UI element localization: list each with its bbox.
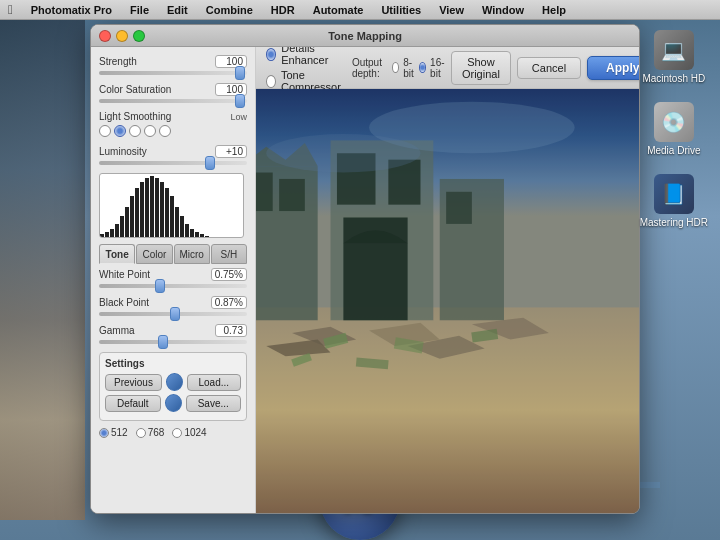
white-point-slider-thumb[interactable] xyxy=(155,279,165,293)
cancel-button[interactable]: Cancel xyxy=(517,57,581,79)
menu-window[interactable]: Window xyxy=(478,4,528,16)
apply-button[interactable]: Apply xyxy=(587,56,640,80)
menu-combine[interactable]: Combine xyxy=(202,4,257,16)
svg-rect-4 xyxy=(110,229,114,238)
previous-button[interactable]: Previous xyxy=(105,374,162,391)
res-768[interactable]: 768 xyxy=(136,427,165,438)
settings-row-2: Default Save... xyxy=(105,394,241,412)
black-point-slider-track[interactable] xyxy=(99,312,247,316)
menu-utilities[interactable]: Utilities xyxy=(377,4,425,16)
gamma-slider-thumb[interactable] xyxy=(158,335,168,349)
mode-details-radio[interactable] xyxy=(266,48,276,61)
desktop-icon-hd[interactable]: 💻 Macintosh HD xyxy=(642,30,705,84)
tab-tone[interactable]: Tone xyxy=(99,244,135,264)
desktop-icon-drive[interactable]: 💿 Media Drive xyxy=(647,102,700,156)
save-button[interactable]: Save... xyxy=(186,395,242,412)
content-area: Details Enhancer Tone Compressor Output … xyxy=(256,47,640,513)
menubar:  Photomatix Pro File Edit Combine HDR A… xyxy=(0,0,720,20)
window-title: Tone Mapping xyxy=(328,30,402,42)
svg-rect-2 xyxy=(100,234,104,238)
svg-rect-20 xyxy=(190,229,194,238)
white-point-control: White Point 0.75% xyxy=(99,268,247,288)
menu-view[interactable]: View xyxy=(435,4,468,16)
smooth-radio-4[interactable] xyxy=(144,125,156,137)
smooth-radio-1[interactable] xyxy=(99,125,111,137)
luminosity-slider-thumb[interactable] xyxy=(205,156,215,170)
svg-rect-12 xyxy=(150,176,154,238)
menu-help[interactable]: Help xyxy=(538,4,570,16)
close-button[interactable] xyxy=(99,30,111,42)
depth-8bit-label: 8-bit xyxy=(403,57,415,79)
menu-file[interactable]: File xyxy=(126,4,153,16)
svg-rect-14 xyxy=(160,182,164,238)
settings-section: Settings Previous Load... Default Save..… xyxy=(99,352,247,421)
tab-sh[interactable]: S/H xyxy=(211,244,247,264)
desktop-icon-book[interactable]: 📘 Mastering HDR xyxy=(640,174,708,228)
luminosity-slider-track[interactable] xyxy=(99,161,247,165)
svg-rect-16 xyxy=(170,196,174,238)
depth-16bit-radio[interactable] xyxy=(419,62,426,73)
svg-rect-18 xyxy=(180,216,184,238)
menu-edit[interactable]: Edit xyxy=(163,4,192,16)
desktop:  Photomatix Pro File Edit Combine HDR A… xyxy=(0,0,720,540)
low-label: Low xyxy=(230,112,247,122)
res-1024[interactable]: 1024 xyxy=(172,427,206,438)
load-button[interactable]: Load... xyxy=(187,374,242,391)
sub-tabs: Tone Color Micro S/H xyxy=(99,244,247,264)
histogram xyxy=(99,173,244,238)
svg-rect-3 xyxy=(105,232,109,238)
toolbar: Details Enhancer Tone Compressor Output … xyxy=(256,47,640,89)
menu-photomatix[interactable]: Photomatix Pro xyxy=(27,4,116,16)
smooth-radio-3[interactable] xyxy=(129,125,141,137)
depth-8bit-radio[interactable] xyxy=(392,62,399,73)
book-label: Mastering HDR xyxy=(640,217,708,228)
svg-rect-19 xyxy=(185,224,189,238)
svg-rect-10 xyxy=(140,182,144,238)
svg-rect-21 xyxy=(195,232,199,238)
title-bar: Tone Mapping xyxy=(91,25,639,47)
resolution-row: 512 768 1024 xyxy=(99,427,247,438)
apple-menu[interactable]:  xyxy=(8,2,13,17)
strength-slider-thumb[interactable] xyxy=(235,66,245,80)
res-512-radio[interactable] xyxy=(99,428,109,438)
black-point-value: 0.87% xyxy=(211,296,247,309)
black-point-slider-thumb[interactable] xyxy=(170,307,180,321)
black-point-label: Black Point xyxy=(99,297,149,308)
svg-rect-6 xyxy=(120,216,124,238)
smooth-radio-5[interactable] xyxy=(159,125,171,137)
minimize-button[interactable] xyxy=(116,30,128,42)
menu-hdr[interactable]: HDR xyxy=(267,4,299,16)
output-depth-label: Output depth: xyxy=(352,57,388,79)
svg-rect-13 xyxy=(155,178,159,238)
res-1024-radio[interactable] xyxy=(172,428,182,438)
window-content: Strength 100 Color Saturation 100 xyxy=(91,47,639,513)
controls-panel: Strength 100 Color Saturation 100 xyxy=(91,47,256,513)
default-button[interactable]: Default xyxy=(105,395,161,412)
settings-label: Settings xyxy=(105,358,241,369)
gamma-label: Gamma xyxy=(99,325,135,336)
res-768-radio[interactable] xyxy=(136,428,146,438)
maximize-button[interactable] xyxy=(133,30,145,42)
color-sat-slider-track[interactable] xyxy=(99,99,247,103)
gamma-slider-track[interactable] xyxy=(99,340,247,344)
drive-label: Media Drive xyxy=(647,145,700,156)
svg-rect-49 xyxy=(256,89,640,513)
res-512[interactable]: 512 xyxy=(99,427,128,438)
smoothing-radios xyxy=(99,125,247,137)
svg-rect-11 xyxy=(145,178,149,238)
color-sat-slider-thumb[interactable] xyxy=(235,94,245,108)
strength-slider-track[interactable] xyxy=(99,71,247,75)
luminosity-label: Luminosity xyxy=(99,146,147,157)
color-sat-label: Color Saturation xyxy=(99,84,171,95)
show-original-button[interactable]: Show Original xyxy=(451,51,511,85)
svg-rect-23 xyxy=(205,236,209,238)
settings-icon-2[interactable] xyxy=(165,394,182,412)
mode-tone-radio[interactable] xyxy=(266,75,276,88)
svg-rect-8 xyxy=(130,196,134,238)
tab-color[interactable]: Color xyxy=(136,244,172,264)
settings-icon-1[interactable] xyxy=(166,373,183,391)
tab-micro[interactable]: Micro xyxy=(174,244,210,264)
menu-automate[interactable]: Automate xyxy=(309,4,368,16)
smooth-radio-2[interactable] xyxy=(114,125,126,137)
white-point-slider-track[interactable] xyxy=(99,284,247,288)
